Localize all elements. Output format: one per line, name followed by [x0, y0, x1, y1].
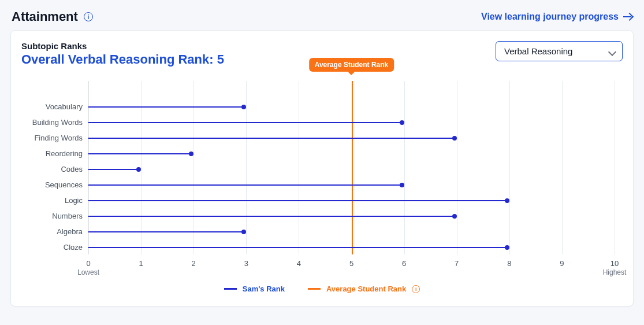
y-axis-label: Finding Words — [34, 133, 88, 142]
chart-bar — [88, 216, 457, 217]
bar-line — [88, 247, 507, 248]
page-title: Attainment — [12, 9, 78, 24]
chart-bar — [88, 106, 246, 108]
bar-endpoint-dot — [452, 214, 457, 219]
legend-sams-rank: Sam's Rank — [224, 285, 285, 293]
bar-line — [88, 169, 139, 170]
x-tick: 1 — [139, 259, 143, 268]
x-tick: 8 — [507, 259, 511, 268]
chevron-down-icon — [608, 48, 616, 56]
bar-line — [88, 122, 402, 123]
bar-endpoint-dot — [136, 167, 141, 172]
chart-bar — [88, 138, 457, 139]
title-wrap: Attainment i — [12, 9, 93, 24]
card-titles: Subtopic Ranks Overall Verbal Reasoning … — [21, 41, 224, 67]
bar-endpoint-dot — [241, 105, 246, 109]
view-learning-journey-link[interactable]: View learning journey progress — [481, 12, 632, 22]
attainment-card: Subtopic Ranks Overall Verbal Reasoning … — [10, 30, 634, 306]
x-tick: 0 — [86, 259, 90, 268]
legend-swatch-blue — [224, 288, 237, 290]
x-label-lowest: Lowest — [77, 268, 99, 276]
bar-line — [88, 106, 244, 108]
y-axis-label: Vocabulary — [46, 102, 88, 110]
y-axis-label: Logic — [65, 195, 88, 204]
x-tick: 2 — [192, 259, 196, 268]
x-tick: 9 — [560, 259, 564, 268]
x-tick: 7 — [455, 259, 459, 268]
legend-average-rank: Average Student Rank i — [308, 285, 420, 293]
info-icon[interactable]: i — [412, 285, 420, 293]
x-tick: 4 — [297, 259, 301, 268]
chart-bar — [88, 122, 404, 123]
chart-bar — [88, 231, 246, 232]
grid-line — [562, 81, 563, 254]
arrow-right-icon — [623, 13, 632, 20]
x-tick: 5 — [349, 259, 353, 268]
chart-plot: 0Lowest12345678910HighestAverage Student… — [88, 81, 615, 254]
subtopic-ranks-label: Subtopic Ranks — [21, 41, 224, 51]
y-axis-label: Reordering — [46, 149, 88, 157]
bar-line — [88, 216, 455, 217]
y-axis-label: Numbers — [52, 211, 88, 220]
bar-endpoint-dot — [452, 136, 457, 141]
grid-line — [246, 81, 247, 254]
header-row: Attainment i View learning journey progr… — [10, 9, 634, 24]
y-axis-label: Codes — [61, 164, 88, 173]
chart-container: 0Lowest12345678910HighestAverage Student… — [21, 81, 623, 254]
y-axis-label: Sequences — [45, 180, 88, 189]
overall-rank-title: Overall Verbal Reasoning Rank: 5 — [21, 52, 224, 67]
info-icon[interactable]: i — [84, 12, 93, 21]
bar-line — [88, 153, 191, 154]
chart-bar — [88, 169, 141, 170]
average-badge: Average Student Rank — [309, 58, 394, 72]
bar-line — [88, 200, 507, 201]
chart-bar — [88, 200, 509, 201]
legend-avg-label: Average Student Rank — [326, 285, 406, 293]
bar-endpoint-dot — [241, 230, 246, 234]
y-axis-label: Algebra — [57, 227, 88, 235]
bar-line — [88, 231, 244, 232]
bar-line — [88, 184, 402, 186]
average-reference-line — [352, 81, 353, 254]
view-link-text: View learning journey progress — [481, 12, 619, 22]
x-label-highest: Highest — [603, 268, 627, 276]
bar-endpoint-dot — [400, 183, 404, 187]
bar-endpoint-dot — [189, 152, 193, 156]
bar-endpoint-dot — [400, 120, 404, 125]
bar-line — [88, 138, 455, 139]
x-tick: 3 — [244, 259, 248, 268]
bar-endpoint-dot — [505, 198, 509, 203]
x-tick: 6 — [402, 259, 406, 268]
grid-line — [299, 81, 299, 254]
grid-line — [509, 81, 510, 254]
y-axis-label: Cloze — [64, 242, 88, 251]
chart-bar — [88, 247, 509, 248]
grid-line — [615, 81, 615, 254]
grid-line — [404, 81, 405, 254]
selector-value: Verbal Reasoning — [504, 46, 572, 56]
grid-line — [457, 81, 457, 254]
y-axis-label: Building Words — [32, 117, 88, 126]
bar-endpoint-dot — [505, 245, 509, 250]
legend-sams-label: Sam's Rank — [243, 285, 285, 293]
chart-legend: Sam's Rank Average Student Rank i — [21, 285, 623, 293]
legend-swatch-orange — [308, 288, 321, 290]
subject-selector[interactable]: Verbal Reasoning — [496, 41, 623, 61]
x-tick: 10 — [611, 259, 619, 268]
chart-bar — [88, 153, 193, 154]
chart-bar — [88, 184, 404, 186]
